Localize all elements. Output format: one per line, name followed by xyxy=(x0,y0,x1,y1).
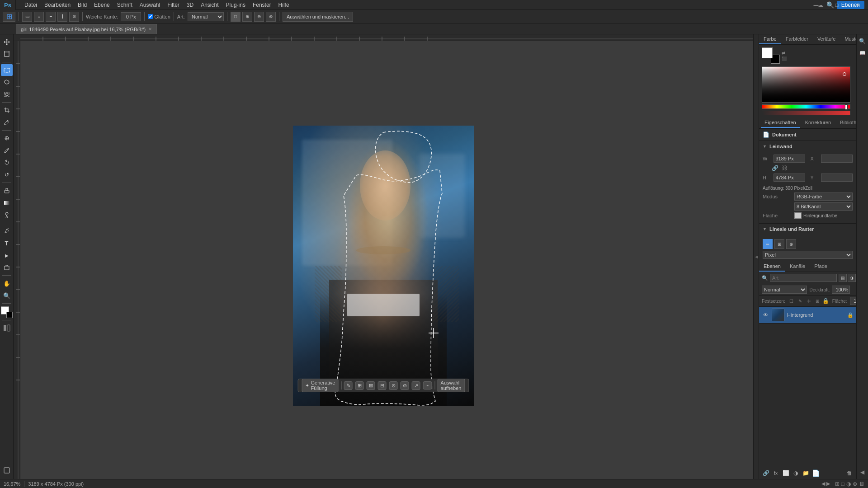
menu-schrift[interactable]: Schrift xyxy=(113,1,136,9)
hue-slider[interactable] xyxy=(762,104,850,109)
art-select[interactable]: Normal xyxy=(188,12,224,21)
tool-preset-picker[interactable]: ⊞ xyxy=(3,12,15,22)
minimize-button[interactable]: — xyxy=(806,0,826,10)
status-arrow-left[interactable]: ◀ xyxy=(821,481,825,487)
intersect-sel-btn[interactable]: ⊗ xyxy=(266,12,276,22)
sel-tool-3[interactable]: ⊠ xyxy=(367,381,375,390)
menu-fenster[interactable]: Fenster xyxy=(249,1,275,9)
korrekturen-tab[interactable]: Korrekturen xyxy=(802,118,835,128)
search-panel-icon[interactable]: 🔍 xyxy=(858,36,868,46)
anti-alias-checkbox[interactable] xyxy=(148,14,153,19)
ellipse-marquee-btn[interactable]: ○ xyxy=(34,12,44,22)
bibliotheken-tab[interactable]: Bibliotheken xyxy=(836,118,856,128)
dokument-header[interactable]: 📄 Dokument xyxy=(759,129,856,141)
history-brush-tool[interactable]: ↺ xyxy=(1,169,13,181)
select-mask-button[interactable]: Auswählen und maskieren... xyxy=(283,12,353,22)
gradient-tool[interactable] xyxy=(1,197,13,209)
color-tab[interactable]: Farbe xyxy=(759,34,781,44)
blend-mode-select[interactable]: Normal xyxy=(762,286,807,294)
menu-bearbeiten[interactable]: Bearbeiten xyxy=(41,1,74,9)
text-tool[interactable]: T xyxy=(1,237,13,249)
chain-link-icon[interactable]: 🔗 xyxy=(772,165,778,171)
cancel-selection-btn[interactable]: Auswahl aufheben xyxy=(438,379,465,392)
subtract-sel-btn[interactable]: ⊖ xyxy=(254,12,264,22)
foreground-color-swatch[interactable] xyxy=(762,47,773,58)
menu-filter[interactable]: Filter xyxy=(164,1,183,9)
zoom-tool[interactable]: 🔍 xyxy=(1,290,13,301)
close-button[interactable]: ✕ xyxy=(847,0,868,10)
status-icon-3[interactable]: ◑ xyxy=(846,481,851,487)
lin-snap-icon[interactable]: ⊕ xyxy=(786,239,796,249)
leinwand-header[interactable]: ▼ Leinwand xyxy=(759,141,856,152)
farbfelder-tab[interactable]: Farbfelder xyxy=(781,34,813,44)
add-adjustment-btn[interactable]: ◑ xyxy=(792,469,800,477)
link-layers-btn[interactable]: 🔗 xyxy=(762,469,770,477)
canvas-area[interactable]: .march { stroke-dasharray: 6 4; animatio… xyxy=(14,34,753,479)
chain-link-icon2[interactable]: ⛓ xyxy=(782,165,788,171)
clone-stamp-tool[interactable] xyxy=(1,157,13,169)
filter-adjust-btn[interactable]: ◑ xyxy=(848,274,856,282)
pen-tool[interactable] xyxy=(1,225,13,237)
sel-tool-more[interactable]: ··· xyxy=(423,381,432,389)
shape-tool[interactable] xyxy=(1,262,13,273)
add-fx-btn[interactable]: fx xyxy=(772,469,780,477)
background-swatch[interactable] xyxy=(6,312,13,318)
move-tool[interactable] xyxy=(1,36,13,48)
lin-grid-icon[interactable]: ⊞ xyxy=(774,239,784,249)
menu-ebene[interactable]: Ebene xyxy=(90,1,113,9)
rectangular-marquee-tool[interactable] xyxy=(1,64,13,76)
menu-ansicht[interactable]: Ansicht xyxy=(197,1,222,9)
menu-hilfe[interactable]: Hilfe xyxy=(275,1,293,9)
layer-visibility-eye[interactable]: 👁 xyxy=(762,311,769,319)
delete-layer-btn[interactable]: 🗑 xyxy=(845,469,854,477)
status-icon-5[interactable]: 🖥 xyxy=(859,481,864,487)
add-sel-btn[interactable]: ⊕ xyxy=(242,12,252,22)
hand-tool[interactable]: ✋ xyxy=(1,277,13,289)
color-gradient[interactable] xyxy=(762,66,850,103)
lin-ruler-icon[interactable]: ━ xyxy=(763,239,773,249)
lock-transparent-btn[interactable]: ☐ xyxy=(788,297,795,305)
dodge-tool[interactable] xyxy=(1,209,13,221)
y-input[interactable] xyxy=(821,174,853,182)
feather-input[interactable] xyxy=(121,12,141,21)
menu-auswahl[interactable]: Auswahl xyxy=(136,1,164,9)
modus-select[interactable]: RGB-Farbe xyxy=(794,192,853,201)
menu-plugins[interactable]: Plug-ins xyxy=(222,1,249,9)
lock-all-btn[interactable]: 🔒 xyxy=(822,297,830,305)
lock-position-btn[interactable]: ✛ xyxy=(805,297,812,305)
add-mask-btn[interactable]: ⬜ xyxy=(782,469,790,477)
sel-tool-1[interactable]: ✎ xyxy=(344,381,353,390)
reset-colors-btn[interactable]: ⬛ xyxy=(782,56,787,61)
object-select-tool[interactable] xyxy=(1,89,13,100)
path-selection-tool[interactable]: ▶ xyxy=(1,249,13,261)
foreground-background-swatches[interactable] xyxy=(1,306,13,318)
sel-tool-4[interactable]: ⊟ xyxy=(378,381,387,390)
width-input[interactable] xyxy=(774,155,805,163)
alpha-slider[interactable] xyxy=(762,111,850,115)
tab-close-btn[interactable]: ✕ xyxy=(148,27,152,32)
kanaele-tab[interactable]: Kanäle xyxy=(785,262,810,272)
pfade-tab[interactable]: Pfade xyxy=(810,262,832,272)
document-tab[interactable]: girl-1846490 Pexels auf Pixabay.jpg bei … xyxy=(16,24,157,34)
sel-tool-5[interactable]: ⊙ xyxy=(389,381,398,390)
swap-colors-btn[interactable]: ⇌ xyxy=(782,51,787,56)
lasso-tool[interactable] xyxy=(1,76,13,88)
height-input[interactable] xyxy=(774,174,805,182)
crop-tool[interactable] xyxy=(1,104,13,116)
new-layer-btn[interactable]: 📄 xyxy=(811,469,820,477)
eyedropper-tool[interactable] xyxy=(1,117,13,128)
menu-3d[interactable]: 3D xyxy=(183,1,197,9)
ebenen-tab[interactable]: Ebenen xyxy=(759,262,785,272)
single-col-btn[interactable]: ┃ xyxy=(57,12,67,22)
menu-bild[interactable]: Bild xyxy=(74,1,90,9)
generative-fill-btn[interactable]: ✦ Generative Füllung xyxy=(302,379,339,392)
verlaeufe-tab[interactable]: Verläufe xyxy=(813,34,840,44)
single-row-btn[interactable]: ━ xyxy=(46,12,56,22)
healing-brush-tool[interactable] xyxy=(1,132,13,144)
screen-mode-btn[interactable] xyxy=(1,465,13,476)
artboard-tool[interactable] xyxy=(1,48,13,60)
rect-marquee-btn[interactable]: ▭ xyxy=(22,12,32,22)
flaeche-color[interactable] xyxy=(794,212,802,219)
expand-right-icon[interactable]: ◀ xyxy=(858,467,868,477)
fill-input[interactable] xyxy=(850,297,857,305)
